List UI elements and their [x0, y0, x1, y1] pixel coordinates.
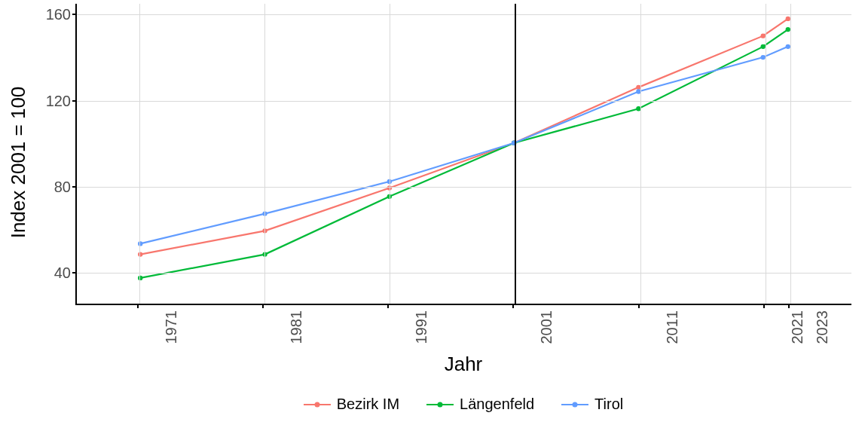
series-line [140, 47, 788, 244]
gridline-vertical [790, 4, 791, 304]
series-line [140, 29, 788, 278]
x-tick-mark [638, 305, 640, 308]
x-tick-mark [262, 305, 264, 308]
y-tick-mark [72, 14, 75, 15]
y-tick-label: 160 [26, 6, 71, 23]
y-tick-label: 40 [26, 264, 71, 282]
series-point [138, 252, 142, 256]
gridline-vertical [766, 4, 766, 304]
y-tick-label: 120 [26, 92, 71, 109]
legend-item: Längenfeld [426, 396, 534, 413]
legend-label: Längenfeld [460, 396, 534, 413]
reference-line [515, 4, 516, 304]
x-tick-label: 1971 [163, 310, 180, 344]
legend-label: Bezirk IM [337, 396, 399, 413]
gridline-horizontal [77, 101, 851, 102]
gridline-horizontal [77, 14, 851, 15]
legend-item: Tirol [561, 396, 623, 413]
x-tick-mark [137, 305, 139, 308]
legend-label: Tirol [594, 396, 623, 413]
x-tick-label: 2011 [664, 310, 681, 344]
gridline-horizontal [77, 187, 851, 188]
x-axis-title: Jahr [75, 353, 851, 376]
x-tick-label: 1991 [413, 310, 430, 344]
legend: Bezirk IMLängenfeldTirol [75, 396, 851, 413]
series-line [140, 19, 788, 255]
legend-item: Bezirk IM [304, 396, 399, 413]
plot-area [75, 4, 851, 305]
gridline-vertical [640, 4, 641, 304]
legend-swatch [426, 398, 454, 411]
chart-lines-layer [77, 4, 851, 304]
x-tick-label: 1981 [288, 310, 305, 344]
x-tick-mark [512, 305, 514, 308]
series-point [138, 241, 142, 246]
series-point [138, 276, 142, 280]
gridline-horizontal [77, 273, 851, 274]
y-tick-mark [72, 100, 75, 102]
x-tick-mark [788, 305, 790, 308]
y-tick-mark [72, 272, 75, 274]
gridline-vertical [390, 4, 390, 304]
legend-swatch [561, 398, 588, 411]
y-tick-mark [72, 186, 75, 188]
x-tick-mark [387, 305, 389, 308]
x-tick-label: 2023 [814, 310, 831, 344]
gridline-vertical [139, 4, 140, 304]
legend-swatch [304, 398, 331, 411]
y-tick-label: 80 [26, 178, 71, 195]
x-tick-label: 2021 [789, 310, 806, 344]
x-tick-mark [763, 305, 765, 308]
x-tick-label: 2001 [538, 310, 555, 344]
gridline-vertical [264, 4, 265, 304]
line-chart: Index 2001 = 100 Jahr Bezirk IMLängenfel… [0, 0, 868, 434]
